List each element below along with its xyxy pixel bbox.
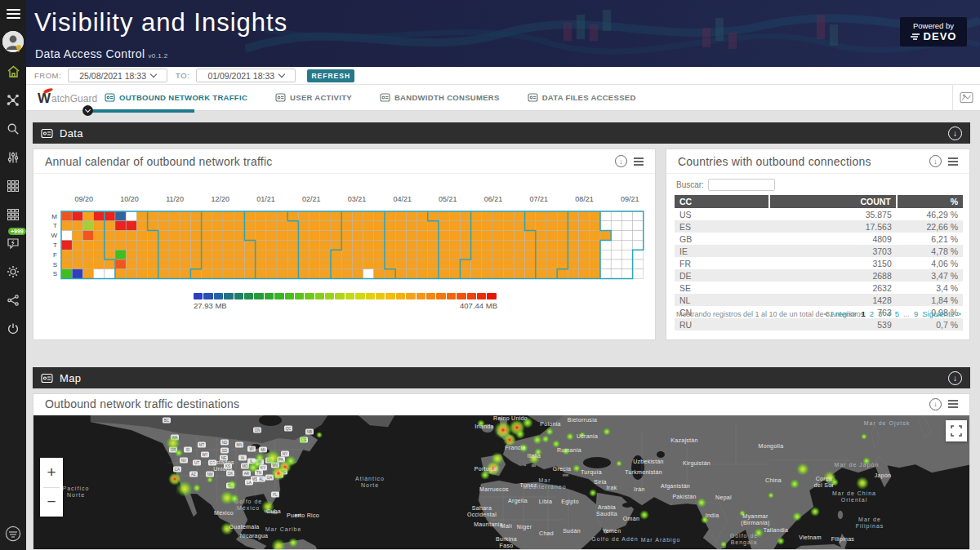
- powered-by-badge: Powered by DEVO: [900, 17, 967, 47]
- home-icon[interactable]: [0, 62, 26, 82]
- svg-text:Turquía: Turquía: [581, 469, 602, 476]
- power-icon[interactable]: [0, 319, 26, 339]
- avatar[interactable]: [2, 31, 24, 52]
- devo-logo-icon[interactable]: [5, 526, 21, 545]
- pagination-page-2[interactable]: 2: [870, 309, 874, 318]
- svg-text:Argelia: Argelia: [508, 498, 528, 504]
- grid-icon[interactable]: [0, 176, 26, 196]
- panel-menu-icon[interactable]: [634, 157, 644, 166]
- svg-text:WY: WY: [202, 453, 207, 457]
- pagination-next[interactable]: Siguiente >: [922, 309, 961, 318]
- svg-text:M: M: [51, 213, 57, 220]
- svg-text:LA: LA: [247, 481, 252, 485]
- svg-text:Mar de Japón: Mar de Japón: [835, 462, 880, 468]
- svg-text:03/21: 03/21: [348, 195, 367, 203]
- hamburger-icon[interactable]: [7, 7, 20, 21]
- share-icon[interactable]: [0, 291, 26, 310]
- pagination-page-1[interactable]: 1: [861, 309, 865, 318]
- zoom-out-button[interactable]: −: [40, 488, 63, 517]
- svg-text:09/21: 09/21: [621, 195, 639, 203]
- svg-text:FL: FL: [273, 493, 278, 497]
- tab-outbound-network-traffic[interactable]: OUTBOUND NETWORK TRAFFIC: [105, 92, 247, 103]
- countries-panel-title: Countries with outbound connections: [678, 155, 871, 168]
- download-icon[interactable]: ↓: [929, 155, 942, 167]
- legend-max-label: 407.44 MB: [460, 301, 497, 310]
- svg-text:F: F: [53, 251, 57, 259]
- svg-text:Nepal: Nepal: [715, 495, 732, 501]
- svg-text:NB: NB: [307, 430, 312, 434]
- svg-text:MT: MT: [199, 443, 205, 447]
- to-date-select[interactable]: 01/09/2021 18:33: [196, 69, 296, 82]
- col-header-cc[interactable]: CC: [675, 195, 769, 208]
- svg-text:Marruecos: Marruecos: [479, 486, 509, 492]
- zoom-in-button[interactable]: +: [40, 458, 63, 487]
- svg-text:ND: ND: [222, 441, 228, 445]
- tab-icon: [105, 92, 115, 103]
- chevron-down-icon: [150, 71, 157, 78]
- pagination-prev[interactable]: < Anterior: [824, 309, 858, 318]
- svg-text:EstadosUnidos: EstadosUnidos: [212, 459, 234, 472]
- svg-text:MI: MI: [261, 448, 265, 452]
- svg-text:07/21: 07/21: [529, 195, 548, 203]
- svg-text:Golfo deBengala: Golfo deBengala: [730, 533, 758, 546]
- svg-text:Mongolia: Mongolia: [759, 443, 784, 450]
- tab-data-files-accessed[interactable]: DATA FILES ACCESSED: [528, 92, 636, 103]
- svg-text:Kazajstán: Kazajstán: [670, 437, 697, 444]
- header-chart-decoration: [245, 0, 980, 67]
- collapse-section-icon[interactable]: ↓: [948, 126, 962, 140]
- svg-text:Egipto: Egipto: [561, 499, 579, 505]
- tab-collapse-chevron[interactable]: [82, 105, 93, 116]
- refresh-button[interactable]: REFRESH: [307, 69, 354, 82]
- download-icon[interactable]: ↓: [615, 155, 627, 167]
- avatar-person-icon: [2, 31, 24, 52]
- table-row: SE26323,4 %: [675, 282, 963, 294]
- search-icon[interactable]: [0, 119, 26, 139]
- tab-bandwidth-consumers[interactable]: BANDWIDTH CONSUMERS: [380, 92, 500, 103]
- table-row: IE37034,78 %: [675, 245, 963, 257]
- panel-toggle-icon[interactable]: [952, 85, 980, 110]
- svg-text:Nicaragua: Nicaragua: [240, 533, 269, 539]
- svg-text:Ucrania: Ucrania: [577, 433, 598, 439]
- svg-text:Mar deFilipinas: Mar deFilipinas: [856, 517, 884, 530]
- svg-text:India: India: [706, 512, 719, 518]
- col-header-pct[interactable]: %: [897, 195, 963, 208]
- svg-text:MO: MO: [242, 464, 248, 468]
- calendar-panel-title: Annual calendar of outbound network traf…: [45, 155, 272, 168]
- tab-icon: [275, 92, 286, 103]
- svg-text:China: China: [765, 477, 782, 483]
- countries-search-input[interactable]: [708, 179, 775, 191]
- devo-wing-icon: [911, 33, 921, 41]
- panel-menu-icon[interactable]: [948, 400, 958, 408]
- collapse-section-icon[interactable]: ↓: [948, 371, 962, 385]
- chat-icon[interactable]: +999: [0, 233, 26, 253]
- pagination-page-5[interactable]: 5: [895, 309, 899, 318]
- svg-text:Kirguistán: Kirguistán: [683, 460, 710, 467]
- grid-icon-2[interactable]: [0, 205, 26, 224]
- filters-icon[interactable]: [0, 148, 26, 167]
- svg-text:Pakistán: Pakistán: [672, 494, 696, 499]
- svg-text:Irak: Irak: [607, 485, 617, 490]
- pagination-page-4[interactable]: 4: [886, 309, 890, 318]
- network-icon[interactable]: [0, 91, 26, 110]
- sidebar: +999: [0, 0, 26, 550]
- panel-menu-icon[interactable]: [948, 157, 958, 166]
- pagination-page-9[interactable]: 9: [914, 309, 918, 318]
- table-row: DE26883,47 %: [675, 269, 963, 282]
- pagination-page-3[interactable]: 3: [878, 309, 882, 318]
- table-row: GB48096,21 %: [675, 233, 963, 245]
- svg-text:Reino Unido: Reino Unido: [493, 415, 528, 421]
- world-map[interactable]: BCONQCNBMTNDMNWIMINYSDWYNEIAILINOHPANVUT…: [33, 415, 970, 550]
- fullscreen-button[interactable]: [946, 420, 967, 441]
- download-icon[interactable]: ↓: [929, 398, 942, 410]
- col-header-count[interactable]: COUNT: [769, 195, 896, 208]
- tab-user-activity[interactable]: USER ACTIVITY: [275, 92, 352, 103]
- gear-icon[interactable]: [0, 262, 26, 282]
- svg-text:WI: WI: [249, 447, 254, 451]
- svg-text:Polonia: Polonia: [540, 421, 560, 427]
- svg-text:Filipinas: Filipinas: [831, 536, 855, 543]
- table-row: NL14281,84 %: [675, 294, 963, 306]
- from-date-select[interactable]: 25/08/2021 18:33: [68, 69, 167, 82]
- page-header: Visibility and Insights Data Access Cont…: [26, 0, 980, 67]
- pagination-ellipsis: ...: [903, 309, 910, 318]
- svg-text:Mar de Ojotsk: Mar de Ojotsk: [864, 420, 911, 427]
